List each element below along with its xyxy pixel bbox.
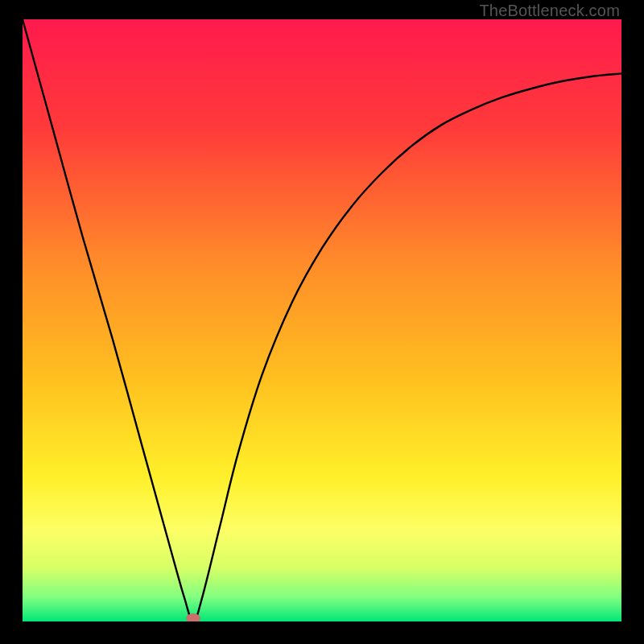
plot-area: [23, 19, 621, 621]
curve-layer: [23, 19, 621, 621]
bottleneck-curve: [23, 19, 621, 621]
chart-frame: TheBottleneck.com: [0, 0, 644, 644]
attribution-text: TheBottleneck.com: [479, 2, 620, 20]
